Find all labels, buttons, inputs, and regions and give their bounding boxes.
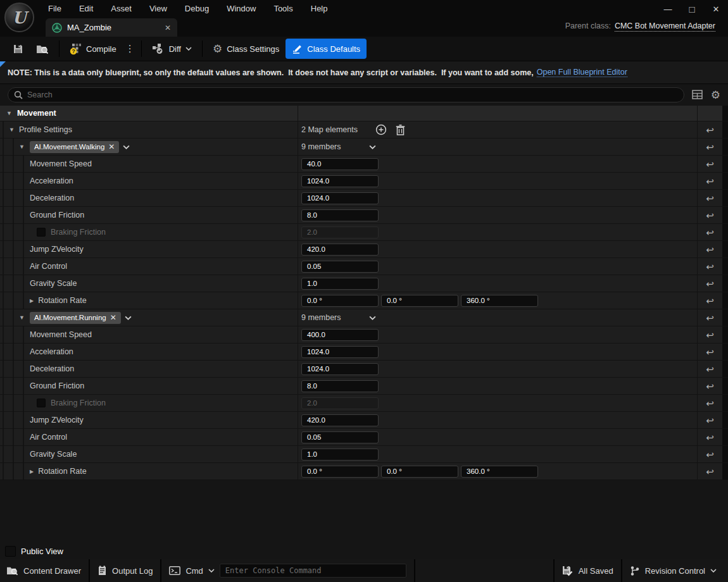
scrollbar-track[interactable] (722, 224, 728, 240)
revert-to-default-icon[interactable]: ↩ (706, 467, 714, 476)
output-log-button[interactable]: Output Log (90, 559, 160, 582)
save-button[interactable] (6, 39, 30, 59)
number-value-field[interactable]: 1.0 (301, 449, 379, 461)
revert-to-default-icon[interactable]: ↩ (706, 381, 714, 391)
scrollbar-track[interactable] (722, 139, 728, 155)
scrollbar-track[interactable] (722, 292, 728, 309)
scrollbar-track[interactable] (722, 190, 728, 206)
number-value-field[interactable]: 420.0 (301, 244, 379, 256)
number-value-field[interactable]: 0.05 (301, 431, 379, 443)
revert-to-default-icon[interactable]: ↩ (706, 262, 714, 271)
number-value-field[interactable]: 1.0 (301, 278, 379, 290)
scrollbar-track[interactable] (722, 378, 728, 394)
tab-ma-zombie[interactable]: MA_Zombie ✕ (46, 18, 177, 37)
menu-tools[interactable]: Tools (265, 0, 301, 18)
diff-button[interactable]: Diff (146, 39, 198, 59)
number-value-field[interactable]: 40.0 (301, 158, 379, 170)
gameplay-tag-pill[interactable]: AI.Movement.Running✕ (30, 312, 121, 324)
clear-map-trash-icon[interactable] (396, 125, 405, 135)
menu-window[interactable]: Window (218, 0, 265, 18)
rotation-value-field[interactable]: 0.0 ° (301, 295, 379, 307)
number-value-field[interactable]: 8.0 (301, 209, 379, 221)
tag-dropdown-chevron-icon[interactable] (125, 316, 132, 320)
scrollbar-track[interactable] (722, 173, 728, 189)
number-value-field[interactable]: 400.0 (301, 329, 379, 341)
gameplay-tag-pill[interactable]: AI.Movement.Walking✕ (30, 141, 119, 153)
number-value-field[interactable]: 1024.0 (301, 175, 379, 187)
browse-to-asset-button[interactable] (30, 39, 55, 59)
revert-to-default-icon[interactable]: ↩ (706, 364, 714, 374)
maximize-icon[interactable]: □ (680, 0, 704, 18)
search-input[interactable]: Search (8, 87, 684, 102)
menu-help[interactable]: Help (302, 0, 337, 18)
revert-to-default-icon[interactable]: ↩ (706, 330, 714, 340)
revert-to-default-icon[interactable]: ↩ (706, 142, 714, 152)
number-value-field[interactable]: 1024.0 (301, 346, 379, 358)
close-icon[interactable]: ✕ (704, 0, 728, 18)
rotation-value-field[interactable]: 0.0 ° (381, 295, 458, 307)
console-command-input[interactable]: Enter Console Command (220, 564, 406, 578)
members-expand-chevron-icon[interactable] (369, 316, 376, 320)
category-row-movement[interactable]: ▼Movement (0, 106, 728, 121)
rotation-value-field[interactable]: 360.0 ° (461, 295, 538, 307)
scrollbar-track[interactable] (722, 309, 728, 326)
revert-to-default-icon[interactable]: ↩ (706, 313, 714, 323)
revert-to-default-icon[interactable]: ↩ (706, 194, 714, 203)
scrollbar-track[interactable] (722, 156, 728, 172)
cmd-label[interactable]: Cmd (185, 566, 203, 576)
expander-arrow-icon[interactable]: ▶ (30, 298, 34, 304)
class-defaults-button[interactable]: Class Defaults (286, 39, 367, 59)
scrollbar-track[interactable] (722, 258, 728, 275)
number-value-field[interactable]: 1024.0 (301, 192, 379, 204)
revert-to-default-icon[interactable]: ↩ (706, 211, 714, 220)
scrollbar-track[interactable] (722, 106, 728, 121)
revert-to-default-icon[interactable]: ↩ (706, 416, 714, 425)
expander-arrow-icon[interactable]: ▼ (19, 314, 25, 321)
scrollbar-track[interactable] (722, 241, 728, 257)
number-value-field[interactable]: 0.05 (301, 261, 379, 273)
menu-file[interactable]: File (39, 0, 70, 18)
all-saved-button[interactable]: All Saved (555, 559, 621, 582)
scrollbar-track[interactable] (722, 395, 728, 411)
revert-to-default-icon[interactable]: ↩ (706, 399, 714, 408)
details-settings-gear-icon[interactable]: ⚙ (711, 89, 720, 102)
rotation-value-field[interactable]: 360.0 ° (461, 466, 538, 478)
revert-to-default-icon[interactable]: ↩ (706, 125, 714, 135)
revert-to-default-icon[interactable]: ↩ (706, 450, 714, 459)
revert-to-default-icon[interactable]: ↩ (706, 279, 714, 288)
add-map-element-icon[interactable] (375, 124, 387, 135)
open-full-blueprint-editor-link[interactable]: Open Full Blueprint Editor (537, 68, 627, 77)
rotation-value-field[interactable]: 0.0 ° (301, 466, 379, 478)
tag-dropdown-chevron-icon[interactable] (123, 145, 130, 149)
expander-arrow-icon[interactable]: ▼ (6, 110, 12, 116)
menu-debug[interactable]: Debug (176, 0, 218, 18)
content-drawer-button[interactable]: Content Drawer (0, 559, 89, 582)
scrollbar-track[interactable] (722, 446, 728, 462)
number-value-field[interactable]: 1024.0 (301, 363, 379, 375)
compile-options-kebab-icon[interactable]: ⋮ (123, 43, 137, 54)
parent-class-link[interactable]: CMC Bot Movement Adapter (615, 22, 715, 32)
class-settings-button[interactable]: ⚙ Class Settings (206, 39, 286, 59)
revert-to-default-icon[interactable]: ↩ (706, 347, 714, 357)
revert-to-default-icon[interactable]: ↩ (706, 296, 714, 306)
revert-to-default-icon[interactable]: ↩ (706, 245, 714, 254)
scrollbar-track[interactable] (722, 463, 728, 480)
scrollbar-track[interactable] (722, 121, 728, 138)
revision-control-button[interactable]: Revision Control (622, 559, 728, 582)
scrollbar-track[interactable] (722, 207, 728, 223)
expander-arrow-icon[interactable]: ▼ (9, 127, 15, 133)
scrollbar-track[interactable] (722, 326, 728, 343)
scrollbar-track[interactable] (722, 429, 728, 445)
scrollbar-track[interactable] (722, 412, 728, 428)
rotation-value-field[interactable]: 0.0 ° (381, 466, 458, 478)
override-checkbox[interactable] (37, 228, 46, 237)
scrollbar-track[interactable] (722, 344, 728, 360)
compile-button[interactable]: ? Compile (63, 39, 123, 59)
revert-to-default-icon[interactable]: ↩ (706, 433, 714, 442)
menu-asset[interactable]: Asset (102, 0, 141, 18)
chevron-down-icon[interactable] (208, 569, 215, 573)
remove-tag-icon[interactable]: ✕ (110, 313, 116, 322)
menu-view[interactable]: View (141, 0, 176, 18)
number-value-field[interactable]: 420.0 (301, 414, 379, 426)
number-value-field[interactable]: 8.0 (301, 380, 379, 392)
